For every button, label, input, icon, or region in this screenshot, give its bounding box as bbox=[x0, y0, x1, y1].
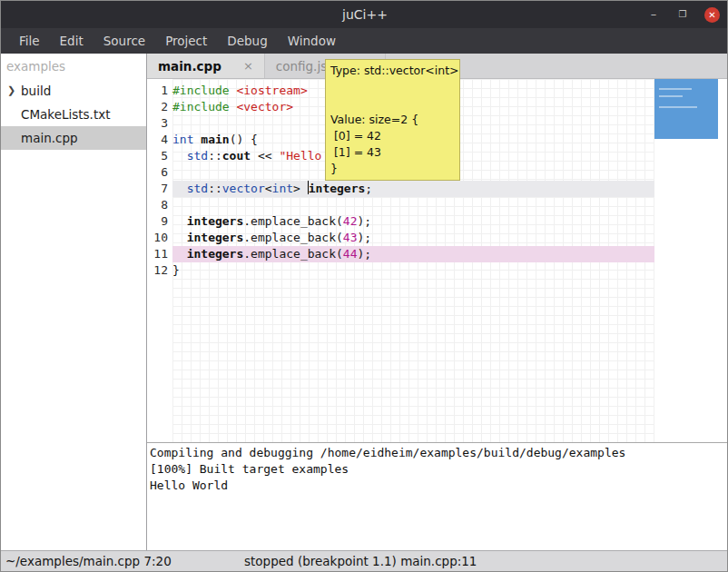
overview-strip bbox=[654, 79, 728, 442]
line-number-gutter: 123456789101112 bbox=[147, 79, 172, 442]
terminal-line: Compiling and debugging /home/eidheim/ex… bbox=[150, 445, 728, 461]
code-token: integers bbox=[187, 247, 244, 261]
code-token: integers bbox=[187, 231, 244, 244]
line-number: 1 bbox=[147, 83, 172, 99]
line-number: 6 bbox=[147, 164, 172, 181]
minimap-line bbox=[659, 88, 692, 90]
sidebar-item-main-cpp[interactable]: main.cpp bbox=[1, 126, 146, 150]
line-number: 3 bbox=[147, 115, 172, 132]
code-token: #include bbox=[172, 100, 236, 113]
menu-item-debug[interactable]: Debug bbox=[217, 28, 277, 54]
code-token: .emplace_back( bbox=[243, 231, 343, 244]
code-token: 42 bbox=[343, 214, 358, 228]
menu-item-window[interactable]: Window bbox=[278, 28, 346, 54]
window-title: juCi++ bbox=[342, 7, 388, 22]
menu-item-edit[interactable]: Edit bbox=[50, 28, 93, 54]
code-token: << bbox=[251, 149, 279, 163]
code-token: #include bbox=[172, 84, 236, 97]
code-token: integers bbox=[187, 214, 244, 228]
minimap-line bbox=[659, 95, 683, 97]
line-number: 10 bbox=[147, 230, 172, 246]
code-line-12[interactable]: } bbox=[172, 262, 654, 279]
menu-item-project[interactable]: Project bbox=[155, 28, 217, 54]
sidebar: examples ❯buildCMakeLists.txtmain.cpp bbox=[1, 54, 147, 550]
code-token: int bbox=[272, 182, 293, 195]
code-token: > bbox=[293, 182, 308, 195]
code-token bbox=[172, 149, 187, 163]
code-token: ); bbox=[358, 247, 372, 261]
code-token: .emplace_back( bbox=[243, 247, 343, 261]
code-token: < bbox=[265, 182, 272, 195]
title-bar: juCi++ – ❐ ✕ bbox=[1, 1, 728, 28]
line-number: 8 bbox=[147, 197, 172, 213]
code-token: cout bbox=[222, 149, 251, 163]
line-number: 2 bbox=[147, 99, 172, 115]
code-token: () { bbox=[230, 133, 258, 146]
tooltip-line: [1] = 43 bbox=[330, 144, 455, 161]
close-button[interactable]: ✕ bbox=[704, 7, 720, 23]
sidebar-item-label: build bbox=[21, 84, 51, 98]
code-line-9[interactable]: integers.emplace_back(42); bbox=[172, 213, 654, 230]
status-debug-state: stopped (breakpoint 1.1) main.cpp:11 bbox=[244, 551, 477, 572]
code-token: ; bbox=[365, 182, 372, 195]
line-number: 11 bbox=[147, 246, 172, 262]
restore-button[interactable]: ❐ bbox=[675, 7, 690, 22]
tooltip-line: Value: size=2 { bbox=[330, 112, 455, 128]
menu-item-source[interactable]: Source bbox=[93, 28, 155, 54]
code-line-8[interactable] bbox=[172, 197, 654, 213]
minimap-line bbox=[659, 106, 697, 108]
code-token: ); bbox=[358, 214, 372, 228]
tab-close-icon[interactable]: × bbox=[243, 59, 253, 73]
code-token: .emplace_back( bbox=[243, 214, 343, 228]
code-token: <iostream> bbox=[236, 84, 307, 97]
code-token: } bbox=[172, 263, 180, 277]
code-token: std bbox=[187, 182, 208, 195]
sidebar-item-label: main.cpp bbox=[21, 131, 78, 145]
code-token: 44 bbox=[343, 247, 358, 261]
code-token: vector bbox=[222, 182, 265, 195]
menu-item-file[interactable]: File bbox=[9, 28, 50, 54]
terminal-line: [100%] Built target examples bbox=[150, 461, 728, 478]
line-number: 7 bbox=[147, 181, 172, 197]
tooltip-line bbox=[330, 79, 455, 95]
sidebar-header: examples bbox=[1, 54, 146, 79]
code-line-11[interactable]: integers.emplace_back(44); bbox=[172, 246, 654, 262]
status-bar: ~/examples/main.cpp 7:20 stopped (breakp… bbox=[1, 550, 728, 572]
debug-value-tooltip: Type: std::vector<int>Value: size=2 { [0… bbox=[325, 59, 460, 181]
code-token: 43 bbox=[343, 231, 358, 244]
code-token: main bbox=[201, 133, 229, 146]
menu-bar: FileEditSourceProjectDebugWindow bbox=[1, 28, 728, 54]
code-token bbox=[172, 214, 187, 228]
tooltip-line: Type: std::vector<int> bbox=[330, 63, 455, 79]
code-token: integers bbox=[309, 182, 366, 195]
code-line-7[interactable]: std::vector<int> integers; bbox=[172, 181, 654, 197]
code-token: :: bbox=[208, 182, 222, 195]
terminal-line: Hello World bbox=[150, 478, 728, 494]
line-number: 4 bbox=[147, 132, 172, 148]
window-controls: – ❐ ✕ bbox=[646, 1, 720, 28]
code-token bbox=[172, 247, 187, 261]
code-token: <vector> bbox=[236, 100, 293, 113]
line-number: 5 bbox=[147, 148, 172, 164]
terminal-pane[interactable]: Compiling and debugging /home/eidheim/ex… bbox=[147, 442, 728, 550]
code-token bbox=[172, 182, 187, 195]
code-token: ); bbox=[358, 231, 372, 244]
tooltip-line: [0] = 42 bbox=[330, 128, 455, 144]
code-token bbox=[172, 231, 187, 244]
minimap[interactable] bbox=[654, 79, 718, 139]
file-tree: ❯buildCMakeLists.txtmain.cpp bbox=[1, 79, 146, 150]
status-file-position: ~/examples/main.cpp 7:20 bbox=[5, 551, 172, 572]
code-token: :: bbox=[208, 149, 222, 163]
code-line-10[interactable]: integers.emplace_back(43); bbox=[172, 230, 654, 246]
chevron-right-icon[interactable]: ❯ bbox=[7, 79, 15, 103]
sidebar-item-build[interactable]: ❯build bbox=[1, 79, 146, 103]
tooltip-line: } bbox=[330, 161, 455, 177]
line-number: 12 bbox=[147, 262, 172, 279]
tooltip-line bbox=[330, 95, 455, 112]
sidebar-item-cmakelists-txt[interactable]: CMakeLists.txt bbox=[1, 103, 146, 126]
tab-main-cpp[interactable]: main.cpp× bbox=[147, 54, 265, 78]
minimize-button[interactable]: – bbox=[646, 7, 661, 22]
tab-label: main.cpp bbox=[158, 59, 221, 74]
line-number: 9 bbox=[147, 213, 172, 230]
code-token: std bbox=[187, 149, 208, 163]
